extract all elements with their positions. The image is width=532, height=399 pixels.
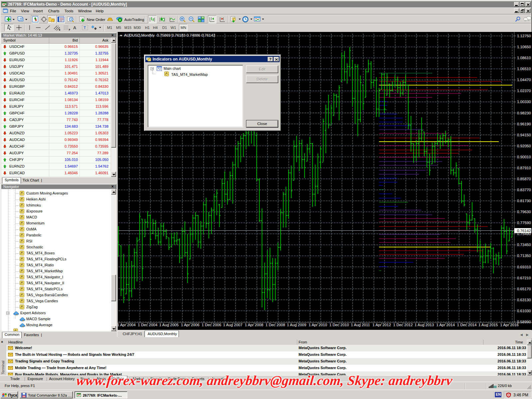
svg-text:1 Dec 2004: 1 Dec 2004: [138, 323, 158, 327]
svg-text:0.81730: 0.81730: [517, 199, 531, 203]
svg-text:0.85870: 0.85870: [517, 177, 531, 181]
svg-text:1 Aug 2007: 1 Aug 2007: [223, 323, 242, 327]
svg-text:0.61030: 0.61030: [517, 309, 531, 313]
svg-text:0.76142: 0.76142: [517, 229, 531, 233]
svg-text:1 Dec 2010: 1 Dec 2010: [330, 323, 349, 327]
svg-text:T: T: [84, 26, 86, 30]
svg-text:1 Aug 2013: 1 Aug 2013: [415, 323, 434, 327]
svg-text:0.96190: 0.96190: [517, 122, 531, 126]
svg-text:0.71350: 0.71350: [517, 254, 531, 258]
svg-text:0.69310: 0.69310: [517, 265, 531, 269]
svg-text:1 Apr 2008: 1 Apr 2008: [245, 323, 263, 327]
svg-text:1 Apr 2004: 1 Apr 2004: [118, 323, 136, 327]
svg-text:1 Dec 2006: 1 Dec 2006: [202, 323, 221, 327]
svg-text:1.12750: 1.12750: [517, 34, 531, 38]
svg-text:1.00330: 1.00330: [517, 100, 531, 104]
svg-text:F: F: [69, 29, 70, 31]
svg-text:1.02370: 1.02370: [517, 89, 531, 93]
svg-text:1 Dec 2008: 1 Dec 2008: [266, 323, 285, 327]
svg-text:AUDUSD,Monthly 0.75869 0.7618: AUDUSD,Monthly 0.75869 0.76183 0.74886 0…: [124, 33, 215, 37]
svg-text:1 Aug 2011: 1 Aug 2011: [351, 323, 370, 327]
svg-text:0.73450: 0.73450: [517, 243, 531, 247]
svg-text:1 Apr 2006: 1 Apr 2006: [181, 323, 200, 327]
svg-text:0.67210: 0.67210: [517, 276, 531, 280]
svg-text:1.06510: 1.06510: [517, 67, 531, 71]
svg-text:E: E: [59, 29, 61, 31]
svg-text:0.79630: 0.79630: [517, 210, 531, 214]
svg-text:1 Apr 2014: 1 Apr 2014: [436, 323, 455, 327]
svg-text:1.08610: 1.08610: [517, 56, 531, 60]
svg-text:0.83770: 0.83770: [517, 188, 531, 192]
svg-text:1 Apr 2012: 1 Apr 2012: [372, 323, 391, 327]
svg-text:0.92050: 0.92050: [517, 144, 531, 148]
svg-text:0.58990: 0.58990: [517, 320, 531, 324]
svg-text:1.10650: 1.10650: [517, 45, 531, 49]
svg-text:0.65170: 0.65170: [517, 287, 531, 291]
svg-text:1 Aug 2005: 1 Aug 2005: [159, 323, 179, 327]
svg-text:0.90010: 0.90010: [517, 155, 531, 159]
svg-text:0.63130: 0.63130: [517, 298, 531, 302]
svg-text:1 Apr 2016: 1 Apr 2016: [500, 323, 519, 327]
svg-text:0.98230: 0.98230: [517, 111, 531, 115]
svg-text:1 Dec 2014: 1 Dec 2014: [457, 323, 477, 327]
svg-text:0.94150: 0.94150: [517, 133, 531, 137]
svg-text:1 Dec 2012: 1 Dec 2012: [393, 323, 413, 327]
svg-text:1.04470: 1.04470: [517, 78, 531, 82]
svg-text:1 Apr 2010: 1 Apr 2010: [309, 323, 327, 327]
svg-text:1 Aug 2009: 1 Aug 2009: [287, 323, 306, 327]
svg-text:1 Aug 2015: 1 Aug 2015: [478, 323, 498, 327]
svg-text:0.87910: 0.87910: [517, 166, 531, 170]
svg-text:0.77590: 0.77590: [517, 221, 531, 225]
